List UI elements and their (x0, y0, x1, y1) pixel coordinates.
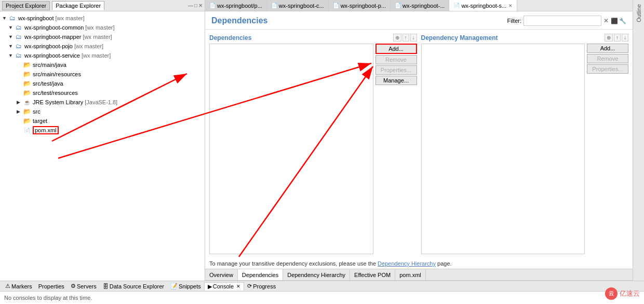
properties-mgmt-dependency-button[interactable]: Properties... (587, 64, 628, 74)
expand-icon: ▶ (17, 100, 23, 105)
right-sidebar: Outline (633, 0, 644, 281)
dep-mgmt-icon-2[interactable]: ↑ (614, 34, 621, 42)
tree-item-common[interactable]: ▼ 🗂 wx-springboot-common [wx master] (0, 23, 205, 32)
project-icon: 🗂 (15, 52, 23, 59)
editor-tab-2[interactable]: 📄 wx-springboot-p... (329, 0, 391, 11)
folder-icon: 📂 (23, 117, 31, 125)
editor-content: Dependencies Filter: ✕ ⬛ 🔧 (205, 11, 633, 281)
console-icon: ▶ (208, 283, 212, 290)
tree-item-mapper[interactable]: ▼ 🗂 wx-springboot-mapper [wx master] (0, 32, 205, 42)
project-explorer-tab-label: Project Explorer (6, 3, 46, 9)
tree-item-src[interactable]: ▶ 📂 src (0, 107, 205, 116)
tab-progress[interactable]: ⟳ Progress (244, 282, 279, 290)
servers-icon: ⚙ (71, 283, 76, 289)
tree-item-jre[interactable]: ▶ ☕ JRE System Library [JavaSE-1.8] (0, 98, 205, 107)
bottom-panel: ⚠ Markers Properties ⚙ Servers 🗄 Data So… (0, 281, 644, 304)
tab-effective-pom[interactable]: Effective POM (350, 269, 395, 280)
folder-icon: 📂 (23, 108, 31, 115)
info-text-area: To manage your transitive dependency exc… (205, 258, 633, 269)
tab-markers[interactable]: ⚠ Markers (2, 282, 35, 290)
dep-mgmt-icon-1[interactable]: ⊕ (605, 34, 613, 42)
item-label: src/main/resources (33, 71, 81, 77)
tree-item-service[interactable]: ▼ 🗂 wx-springboot-service [wx master] (0, 51, 205, 60)
minimize-icon[interactable]: — (188, 3, 193, 8)
filter-input[interactable] (524, 16, 601, 26)
tab-pom-xml-label: pom.xml (399, 272, 421, 278)
tab-package-explorer[interactable]: Package Explorer (52, 1, 104, 10)
item-label: wx-springboot-common (24, 24, 84, 31)
dep-icon-3[interactable]: ↓ (410, 34, 417, 42)
dep-list-area-right (421, 44, 585, 254)
tab-datasource[interactable]: 🗄 Data Source Explorer (100, 283, 167, 290)
dep-buttons-right: Add... Remove Properties... (587, 44, 628, 254)
tab-project-explorer[interactable]: Project Explorer (2, 1, 50, 10)
tree-item-src-test-java[interactable]: 📂 src/test/java (0, 79, 205, 88)
filter-label: Filter: (507, 18, 522, 24)
editor-tab-3[interactable]: 📄 wx-springboot-... (391, 0, 449, 11)
editor-tab-4[interactable]: 📄 wx-springboot-s... ✕ (449, 0, 517, 11)
item-label: wx-springboot-pojo (24, 43, 73, 49)
remove-mgmt-dependency-button[interactable]: Remove (587, 54, 628, 63)
panel-tabs: Project Explorer Package Explorer — □ ✕ (0, 0, 205, 11)
tab-dep-hierarchy-label: Dependency Hierarchy (287, 272, 345, 278)
tab-progress-label: Progress (253, 283, 276, 289)
tab-properties-label: Properties (38, 283, 64, 289)
add-dependency-button[interactable]: Add... (375, 44, 417, 54)
tab-properties[interactable]: Properties (35, 283, 68, 290)
item-badge: [wx master] (85, 24, 114, 31)
filter-icon-1[interactable]: ⬛ (611, 18, 618, 24)
tree-item-wx-springboot[interactable]: ▼ 🗂 wx-springboot [wx master] (0, 13, 205, 23)
tab-servers[interactable]: ⚙ Servers (68, 282, 100, 290)
xml-tab-icon-active: 📄 (453, 3, 460, 8)
item-label: src/main/java (33, 62, 66, 68)
tab-dep-hierarchy[interactable]: Dependency Hierarchy (283, 269, 350, 280)
tree-item-pom-xml[interactable]: 📄 pom.xml (0, 126, 205, 135)
item-label: JRE System Library (33, 99, 83, 105)
project-icon: 🗂 (15, 43, 23, 50)
project-icon: 🗂 (8, 15, 17, 22)
tab-snippets[interactable]: 📝 Snippets (167, 282, 204, 290)
properties-dependency-button[interactable]: Properties... (375, 65, 417, 75)
close-panel-icon[interactable]: ✕ (198, 3, 203, 8)
watermark-text: 亿速云 (620, 289, 640, 298)
tree-item-src-main-java[interactable]: 📂 src/main/java (0, 60, 205, 70)
tab-effective-pom-label: Effective POM (354, 272, 391, 278)
tab-dependencies[interactable]: Dependencies (238, 269, 283, 280)
tab-console[interactable]: ▶ Console ✕ (204, 282, 244, 291)
filter-clear-icon[interactable]: ✕ (603, 17, 609, 24)
dep-icon-2[interactable]: ↑ (403, 34, 409, 42)
editor-tab-label-3: wx-springboot-... (403, 3, 445, 9)
dep-section-icons-right: ⊕ ↑ ↓ (605, 34, 628, 42)
editor-tab-label-2: wx-springboot-p... (341, 3, 386, 9)
manage-dependency-button[interactable]: Manage... (375, 76, 417, 85)
watermark: 云 亿速云 (605, 287, 640, 300)
tree-item-src-main-res[interactable]: 📂 src/main/resources (0, 70, 205, 79)
editor-tab-0[interactable]: 📄 wx-springboot/p... (205, 0, 267, 11)
tab-console-close[interactable]: ✕ (236, 284, 240, 289)
dep-header: Dependencies Filter: ✕ ⬛ 🔧 (205, 11, 633, 30)
tab-pom-xml[interactable]: pom.xml (395, 269, 426, 280)
dep-mgmt-icon-3[interactable]: ↓ (622, 34, 628, 42)
add-mgmt-dependency-button[interactable]: Add... (587, 44, 628, 53)
editor-tab-label-1: wx-springboot-c... (279, 3, 324, 9)
xml-tab-icon: 📄 (333, 3, 339, 8)
content-area: Project Explorer Package Explorer — □ ✕ … (0, 0, 644, 281)
tree-item-target[interactable]: 📂 target (0, 116, 205, 126)
dependency-hierarchy-link[interactable]: Dependency Hierarchy (378, 260, 436, 267)
editor-tab-1[interactable]: 📄 wx-springboot-c... (267, 0, 329, 11)
outline-sidebar-label[interactable]: Outline (635, 2, 643, 24)
remove-dependency-button[interactable]: Remove (375, 55, 417, 64)
tab-overview[interactable]: Overview (205, 269, 238, 280)
dep-icon-1[interactable]: ⊕ (393, 34, 401, 42)
tab-snippets-label: Snippets (179, 283, 201, 289)
expand-icon: ▼ (8, 53, 15, 58)
xml-tab-icon: 📄 (395, 3, 401, 8)
bottom-tabs: Overview Dependencies Dependency Hierarc… (205, 269, 633, 281)
filter-icon-2[interactable]: 🔧 (619, 18, 626, 24)
tree-item-pojo[interactable]: ▼ 🗂 wx-springboot-pojo [wx master] (0, 42, 205, 51)
panel-tab-icons: — □ ✕ (188, 3, 203, 8)
maximize-icon[interactable]: □ (194, 3, 197, 8)
tab-markers-label: Markers (11, 283, 32, 289)
tab-close-icon[interactable]: ✕ (508, 3, 513, 8)
tree-item-src-test-res[interactable]: 📂 src/test/resources (0, 88, 205, 98)
